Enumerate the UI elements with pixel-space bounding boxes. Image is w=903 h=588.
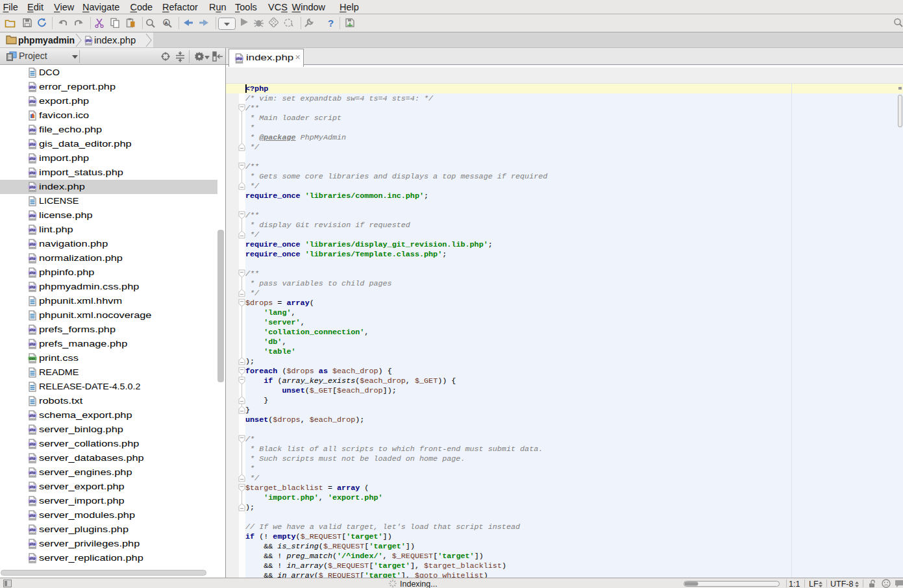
svg-text:?: ? [328, 18, 334, 28]
svg-text:A: A [164, 20, 168, 26]
